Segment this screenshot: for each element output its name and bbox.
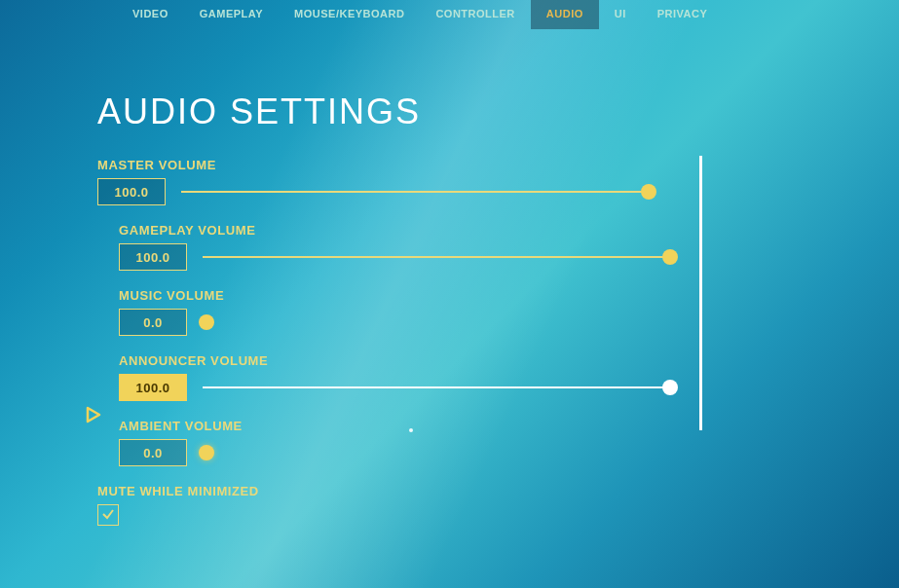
master-volume-slider[interactable] — [181, 191, 649, 193]
announcer-volume-slider[interactable] — [203, 386, 670, 388]
announcer-volume-label: ANNOUNCER VOLUME — [119, 353, 701, 368]
master-volume-label: MASTER VOLUME — [97, 158, 701, 172]
tab-privacy[interactable]: PRIVACY — [642, 0, 724, 29]
tab-gameplay[interactable]: GAMEPLAY — [184, 0, 279, 29]
music-volume-slider[interactable] — [203, 321, 224, 323]
ambient-volume-slider[interactable] — [203, 452, 224, 454]
music-volume-knob[interactable] — [199, 314, 214, 330]
announcer-volume-knob[interactable] — [662, 380, 678, 395]
ambient-volume-value[interactable]: 0.0 — [119, 439, 187, 466]
master-volume-value[interactable]: 100.0 — [97, 178, 166, 205]
music-volume-row: MUSIC VOLUME 0.0 — [97, 288, 701, 336]
tab-ui[interactable]: UI — [599, 0, 642, 29]
ambient-volume-row: AMBIENT VOLUME 0.0 — [97, 419, 701, 466]
music-volume-value[interactable]: 0.0 — [119, 309, 187, 336]
ambient-volume-knob[interactable] — [199, 445, 214, 460]
tab-video[interactable]: VIDEO — [117, 0, 184, 29]
tab-mouse-keyboard[interactable]: MOUSE/KEYBOARD — [279, 0, 420, 29]
mute-while-minimized-checkbox[interactable] — [97, 504, 119, 526]
check-icon — [101, 507, 115, 524]
master-volume-row: MASTER VOLUME 100.0 — [97, 158, 701, 205]
tab-controller[interactable]: CONTROLLER — [420, 0, 530, 29]
announcer-volume-row: ANNOUNCER VOLUME 100.0 — [97, 353, 701, 401]
announcer-volume-value[interactable]: 100.0 — [119, 374, 187, 401]
gameplay-volume-value[interactable]: 100.0 — [119, 243, 187, 271]
settings-tab-bar: VIDEO GAMEPLAY MOUSE/KEYBOARD CONTROLLER… — [117, 0, 723, 29]
music-volume-label: MUSIC VOLUME — [119, 288, 701, 303]
gameplay-volume-knob[interactable] — [662, 249, 678, 265]
audio-settings-panel: MASTER VOLUME 100.0 GAMEPLAY VOLUME 100.… — [97, 158, 701, 543]
gameplay-volume-row: GAMEPLAY VOLUME 100.0 — [97, 223, 701, 271]
gameplay-volume-label: GAMEPLAY VOLUME — [119, 223, 701, 238]
tab-audio[interactable]: AUDIO — [531, 0, 599, 29]
mute-while-minimized-row: MUTE WHILE MINIMIZED — [97, 484, 701, 526]
cursor-icon — [409, 428, 413, 432]
page-title: AUDIO SETTINGS — [97, 92, 421, 132]
gameplay-volume-slider[interactable] — [203, 256, 670, 258]
mute-while-minimized-label: MUTE WHILE MINIMIZED — [97, 484, 701, 498]
master-volume-knob[interactable] — [641, 184, 656, 200]
